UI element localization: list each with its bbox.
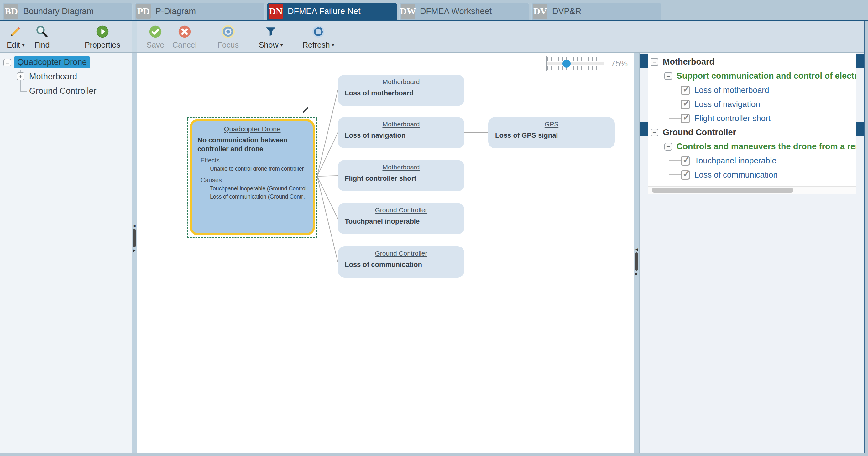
left-splitter[interactable]: ◄ ► — [132, 53, 137, 453]
failure-node-loss-of-motherboard[interactable]: Motherboard Loss of motherboard — [338, 75, 464, 106]
tab-dfmea-worksheet[interactable]: DW DFMEA Worksheet — [399, 2, 529, 20]
failure-net-canvas[interactable]: 75% Quadcopter Drone No communication be… — [137, 53, 634, 453]
chevron-down-icon: ▾ — [22, 42, 25, 48]
show-button[interactable]: Show▾ — [259, 21, 283, 52]
properties-label: Properties — [85, 40, 120, 50]
lower-level-failures-tree: − Motherboard − Support communication an… — [648, 53, 856, 195]
node-failure: Touchpanel inoperable — [345, 217, 464, 226]
search-icon — [34, 24, 50, 39]
zoom-slider[interactable] — [547, 56, 604, 71]
cancel-button[interactable]: Cancel — [172, 21, 197, 52]
tab-label: Boundary Diagram — [23, 7, 94, 16]
node-component: Ground Controller — [338, 250, 464, 257]
tab-badge-bd: BD — [4, 4, 19, 19]
refresh-icon — [311, 24, 326, 39]
focus-failure-node[interactable]: Quadcopter Drone No communication betwee… — [190, 119, 315, 235]
failure-node-loss-of-communication[interactable]: Ground Controller Loss of communication — [338, 246, 464, 278]
expander-collapse-icon[interactable]: − — [3, 59, 11, 66]
node-component: Quadcopter Drone — [197, 125, 307, 133]
cancel-label: Cancel — [172, 40, 197, 50]
tree-item-quadcopter-drone[interactable]: Quadcopter Drone — [14, 56, 90, 68]
effect-item: Unable to control drone from controller — [210, 165, 307, 173]
properties-button[interactable]: Properties — [85, 21, 120, 52]
expander-collapse-icon[interactable]: − — [664, 143, 672, 150]
node-failure: Loss of navigation — [345, 132, 464, 140]
toolbar: Edit▾ Find — [0, 21, 864, 53]
tab-dfmea-failure-net[interactable]: DN DFMEA Failure Net — [267, 2, 397, 20]
tab-dvpr[interactable]: DV DVP&R — [531, 2, 661, 20]
save-check-icon — [148, 24, 163, 39]
structure-tree-panel: − Quadcopter Drone + Motherboard Ground … — [0, 53, 132, 453]
tree-connector — [669, 118, 681, 118]
causes-heading: Causes — [200, 177, 307, 184]
expander-collapse-icon[interactable]: − — [651, 129, 658, 136]
tree-failure-touchpanel-inoperable[interactable]: ✓ Touchpanel inoperable — [681, 154, 776, 168]
slider-thumb[interactable] — [562, 60, 570, 68]
checked-checkbox: ✓ — [681, 170, 690, 180]
tree-connector — [669, 80, 669, 118]
focus-button[interactable]: Focus — [217, 21, 239, 52]
chevron-down-icon: ▾ — [332, 42, 335, 48]
collapse-left-icon: ◄ — [132, 224, 136, 228]
expander-collapse-icon[interactable]: − — [651, 58, 658, 66]
show-label: Show — [259, 40, 279, 50]
dfmea-application: BD Boundary Diagram PD P-Diagram DN DFME… — [0, 0, 868, 456]
scrollbar-thumb[interactable] — [652, 188, 794, 193]
edit-button[interactable]: Edit▾ — [6, 21, 26, 52]
ruler-ticks — [547, 57, 603, 61]
find-button[interactable]: Find — [32, 21, 52, 52]
failure-node-flight-controller-short[interactable]: Motherboard Flight controller short — [338, 160, 464, 191]
node-failure: Flight controller short — [345, 174, 464, 182]
expander-expand-icon[interactable]: + — [17, 73, 25, 80]
refresh-label: Refresh — [302, 40, 330, 50]
failure-node-loss-of-navigation[interactable]: Motherboard Loss of navigation — [338, 117, 464, 148]
node-component: Motherboard — [338, 120, 464, 128]
tree-connector — [669, 174, 681, 175]
filter-funnel-icon — [263, 24, 278, 39]
tree-item-motherboard[interactable]: Motherboard — [29, 72, 77, 82]
collapse-right-icon: ► — [634, 272, 639, 276]
cause-item: Loss of communication (Ground Contr… — [210, 193, 307, 201]
checked-checkbox: ✓ — [681, 156, 690, 166]
tree-function-controls-and-maneuvers[interactable]: − Controls and maneuvers the drone from … — [664, 140, 856, 154]
right-splitter[interactable]: ◄ ► — [634, 53, 640, 453]
tree-failure-flight-controller-short[interactable]: ✓ Flight controller short — [681, 111, 771, 125]
focus-failure-panel: Focus Failure ▼ Focus Failure + No commu… — [640, 53, 864, 453]
save-button[interactable]: Save — [146, 21, 165, 52]
pencil-icon — [8, 24, 23, 39]
tree-failure-loss-of-communication[interactable]: ✓ Loss of communication — [681, 168, 778, 182]
splitter-grip[interactable]: ◄ ► — [132, 224, 136, 253]
tree-function-support-communication[interactable]: − Support communication and control of e… — [664, 69, 856, 83]
tree-subsystem-motherboard[interactable]: − Motherboard — [651, 55, 714, 69]
edit-pencil-icon[interactable] — [301, 105, 311, 115]
chevron-down-icon: ▾ — [280, 42, 283, 48]
cancel-x-icon — [177, 24, 192, 39]
tab-boundary-diagram[interactable]: BD Boundary Diagram — [2, 2, 132, 20]
refresh-button[interactable]: Refresh▾ — [302, 21, 334, 52]
tree-failure-loss-of-motherboard[interactable]: ✓ Loss of motherboard — [681, 83, 769, 97]
tree-toolbar: Edit▾ Find — [0, 21, 132, 52]
tab-p-diagram[interactable]: PD P-Diagram — [135, 2, 265, 20]
node-component: Motherboard — [338, 78, 464, 86]
horizontal-scrollbar[interactable] — [648, 186, 856, 194]
edit-label: Edit — [7, 40, 20, 50]
save-label: Save — [147, 40, 164, 50]
tree-failure-loss-of-navigation[interactable]: ✓ Loss of navigation — [681, 97, 760, 111]
tree-connector — [669, 151, 669, 175]
tree-item-ground-controller[interactable]: Ground Controller — [29, 86, 96, 96]
failure-node-loss-of-gps-signal[interactable]: GPS Loss of GPS signal — [488, 117, 615, 148]
focus-label: Focus — [217, 40, 239, 50]
tab-label: P-Diagram — [155, 7, 196, 16]
tab-label: DFMEA Worksheet — [420, 7, 492, 16]
tab-badge-dw: DW — [401, 4, 415, 19]
properties-arrow-icon — [95, 24, 110, 39]
check-icon: ✓ — [682, 112, 690, 123]
expander-collapse-icon[interactable]: − — [664, 72, 672, 80]
tree-subsystem-ground-controller[interactable]: − Ground Controller — [651, 125, 736, 140]
node-component: GPS — [488, 120, 615, 128]
content-row: − Quadcopter Drone + Motherboard Ground … — [0, 53, 864, 453]
failure-node-touchpanel-inoperable[interactable]: Ground Controller Touchpanel inoperable — [338, 203, 464, 234]
tree-connector — [669, 104, 681, 105]
splitter-grip[interactable]: ◄ ► — [634, 247, 639, 276]
tab-label: DVP&R — [552, 7, 581, 16]
